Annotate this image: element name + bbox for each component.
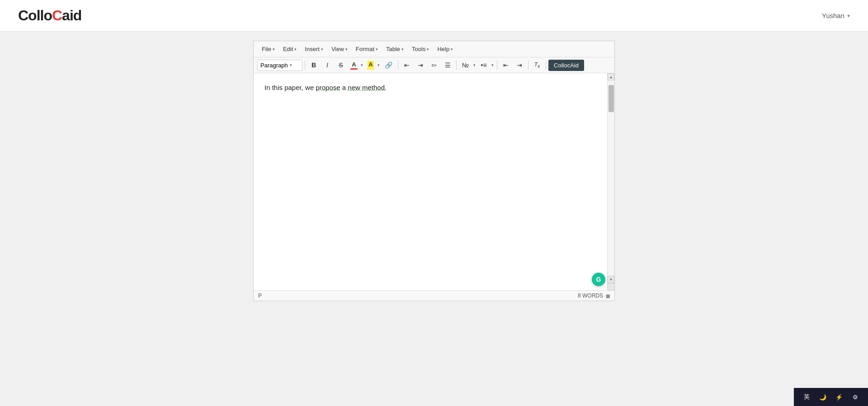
editor-content-area[interactable]: In this paper, we propose a new method. bbox=[254, 73, 607, 290]
tray-settings-icon: ⚙ bbox=[853, 394, 858, 401]
link-icon: 🔗 bbox=[385, 61, 392, 69]
highlight-color-arrow[interactable]: ▾ bbox=[377, 63, 381, 67]
menu-tools-label: Tools bbox=[412, 46, 425, 52]
toolbar-sep-6 bbox=[546, 61, 546, 70]
outdent-button[interactable]: ⇤ bbox=[500, 59, 512, 71]
align-justify-button[interactable]: ☰ bbox=[441, 59, 454, 71]
toolbar-sep-4 bbox=[497, 61, 497, 70]
font-color-arrow[interactable]: ▾ bbox=[360, 63, 364, 67]
scrollbar-up-arrow[interactable]: ▲ bbox=[608, 73, 614, 80]
tray-lang-label: 英 bbox=[804, 393, 810, 401]
strikethrough-button[interactable]: S bbox=[335, 59, 347, 71]
tray-power[interactable]: ⚡ bbox=[833, 391, 845, 403]
menu-file[interactable]: File ▾ bbox=[258, 44, 278, 54]
top-nav-bar: ColloCaid Yushan ▾ bbox=[0, 0, 868, 32]
toolbar-sep-5 bbox=[528, 61, 528, 70]
tray-moon[interactable]: 🌙 bbox=[816, 391, 829, 403]
status-left: P bbox=[258, 293, 262, 299]
font-color-letter: A bbox=[352, 61, 356, 68]
status-right: 8 WORDS ▩ bbox=[578, 293, 610, 299]
clear-format-button[interactable]: Tx bbox=[531, 59, 543, 71]
scrollbar-track[interactable] bbox=[608, 80, 614, 276]
menu-format[interactable]: Format ▾ bbox=[352, 44, 382, 54]
text-new-method: new method bbox=[348, 84, 385, 91]
logo-aid: aid bbox=[62, 7, 81, 24]
menu-table[interactable]: Table ▾ bbox=[382, 44, 407, 54]
unordered-list-button[interactable]: •≡ bbox=[477, 59, 490, 71]
highlight-letter: A bbox=[368, 61, 373, 68]
menu-insert[interactable]: Insert ▾ bbox=[301, 44, 327, 54]
toolbar-sep-3 bbox=[456, 61, 457, 70]
logo-text: ColloCaid bbox=[18, 7, 81, 24]
grammarly-letter: G bbox=[596, 276, 601, 283]
menu-file-arrow: ▾ bbox=[273, 47, 275, 52]
align-right-icon: ⇦ bbox=[431, 61, 437, 69]
align-right-button[interactable]: ⇦ bbox=[428, 59, 440, 71]
menu-file-label: File bbox=[262, 46, 271, 52]
clear-format-icon: Tx bbox=[534, 61, 540, 69]
unordered-list-arrow[interactable]: ▾ bbox=[491, 63, 495, 67]
menu-view-arrow: ▾ bbox=[345, 47, 348, 52]
outdent-icon: ⇤ bbox=[503, 61, 509, 69]
highlight-color-bar bbox=[367, 68, 374, 70]
ordered-list-group: № ▾ bbox=[459, 59, 476, 71]
logo: ColloCaid bbox=[18, 7, 81, 24]
font-color-bar bbox=[350, 68, 358, 70]
menu-help-label: Help bbox=[437, 46, 449, 52]
tray-settings[interactable]: ⚙ bbox=[849, 391, 862, 403]
align-justify-icon: ☰ bbox=[445, 61, 451, 69]
menu-view[interactable]: View ▾ bbox=[328, 44, 351, 54]
unordered-list-icon: •≡ bbox=[481, 61, 486, 69]
logo-collo: Collo bbox=[18, 7, 52, 24]
toolbar: Paragraph ▾ B I S A ▾ bbox=[254, 57, 614, 73]
paragraph-style-select[interactable]: Paragraph ▾ bbox=[257, 60, 302, 71]
menu-insert-arrow: ▾ bbox=[321, 47, 323, 52]
align-center-icon: ⇥ bbox=[418, 61, 423, 69]
menu-tools[interactable]: Tools ▾ bbox=[408, 44, 433, 54]
menu-table-label: Table bbox=[386, 46, 400, 52]
unordered-list-group: •≡ ▾ bbox=[477, 59, 495, 71]
tray-lang[interactable]: 英 bbox=[800, 391, 813, 403]
system-tray: 英 🌙 ⚡ ⚙ bbox=[794, 388, 868, 406]
menu-view-label: View bbox=[331, 46, 344, 52]
logo-c-red: C bbox=[52, 7, 62, 24]
word-count: 8 WORDS bbox=[578, 293, 603, 299]
scrollbar-thumb[interactable] bbox=[609, 85, 614, 112]
font-color-group: A ▾ bbox=[348, 60, 364, 71]
grammarly-icon[interactable]: G bbox=[592, 273, 605, 286]
align-center-button[interactable]: ⇥ bbox=[414, 59, 427, 71]
editor-body: In this paper, we propose a new method. … bbox=[254, 73, 614, 290]
font-color-button[interactable]: A bbox=[348, 60, 360, 71]
scrollbar-down-arrow[interactable]: ▼ bbox=[608, 276, 614, 283]
user-menu-chevron: ▾ bbox=[847, 13, 850, 19]
menu-edit-arrow: ▾ bbox=[294, 47, 297, 52]
indent-button[interactable]: ⇥ bbox=[513, 59, 526, 71]
collocaid-button[interactable]: CollocAid bbox=[548, 60, 584, 71]
status-element: P bbox=[258, 293, 262, 299]
bold-button[interactable]: B bbox=[307, 59, 320, 71]
menu-table-arrow: ▾ bbox=[401, 47, 404, 52]
italic-button[interactable]: I bbox=[321, 59, 334, 71]
menu-format-arrow: ▾ bbox=[376, 47, 378, 52]
menu-tools-arrow: ▾ bbox=[427, 47, 429, 52]
main-content: File ▾ Edit ▾ Insert ▾ View ▾ Format ▾ T… bbox=[0, 32, 868, 406]
menu-edit[interactable]: Edit ▾ bbox=[279, 44, 300, 54]
ordered-list-arrow[interactable]: ▾ bbox=[472, 63, 476, 67]
highlight-color-group: A ▾ bbox=[365, 60, 381, 71]
align-left-button[interactable]: ⇤ bbox=[401, 59, 413, 71]
menu-help[interactable]: Help ▾ bbox=[434, 44, 457, 54]
tray-moon-icon: 🌙 bbox=[819, 394, 826, 401]
menu-bar: File ▾ Edit ▾ Insert ▾ View ▾ Format ▾ T… bbox=[254, 41, 614, 57]
highlight-button[interactable]: A bbox=[365, 60, 377, 71]
menu-help-arrow: ▾ bbox=[451, 47, 453, 52]
toolbar-sep-1 bbox=[305, 61, 305, 70]
menu-insert-label: Insert bbox=[305, 46, 320, 52]
link-button[interactable]: 🔗 bbox=[382, 59, 396, 71]
user-menu[interactable]: Yushan ▾ bbox=[822, 12, 850, 19]
editor-paragraph: In this paper, we propose a new method. bbox=[264, 82, 596, 93]
ordered-list-button[interactable]: № bbox=[459, 59, 472, 71]
editor-wrapper: File ▾ Edit ▾ Insert ▾ View ▾ Format ▾ T… bbox=[253, 41, 615, 301]
status-bar: P 8 WORDS ▩ bbox=[254, 290, 614, 301]
menu-edit-label: Edit bbox=[283, 46, 293, 52]
ordered-list-icon: № bbox=[462, 61, 469, 69]
